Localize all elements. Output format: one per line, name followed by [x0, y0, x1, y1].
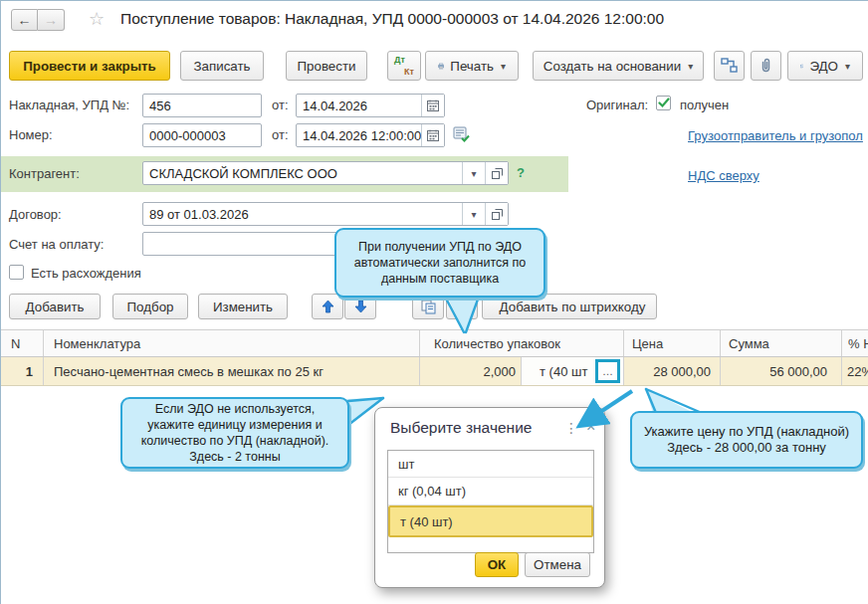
forward-button[interactable]: →	[38, 9, 65, 31]
save-button[interactable]: Записать	[180, 51, 264, 81]
col-header-n[interactable]: N	[1, 330, 43, 356]
contract-combo[interactable]: 89 от 01.03.2026 ▾	[142, 202, 509, 226]
doc-number-label: Номер:	[9, 127, 53, 142]
edo-button[interactable]: ЭДО ▾	[787, 51, 863, 81]
cancel-button[interactable]: Отмена	[525, 552, 590, 577]
vat-mode-link[interactable]: НДС сверху	[688, 168, 760, 183]
choose-value-dialog: Выберите значение ⋮ × шт кг (0,04 шт) т …	[374, 407, 605, 588]
down-arrow-icon	[354, 300, 367, 313]
unit-hint-callout: Если ЭДО не используется, укажите единиц…	[120, 397, 349, 469]
table-header-row: N Номенклатура Количество упаковок Цена …	[1, 329, 868, 357]
qty-cell[interactable]: 2,000	[419, 357, 521, 385]
col-header-vat[interactable]: % Н	[841, 330, 868, 356]
payment-invoice-label: Счет на оплату:	[9, 237, 104, 252]
copy-icon	[421, 300, 436, 314]
move-up-button[interactable]	[312, 294, 343, 319]
ok-button[interactable]: ОК	[475, 552, 519, 577]
counterparty-combo[interactable]: СКЛАДСКОЙ КОМПЛЕКС ООО ▾	[142, 161, 509, 185]
sum-cell[interactable]: 56 000,00	[720, 357, 841, 385]
unit-option-selected[interactable]: т (40 шт)	[388, 505, 593, 537]
edo-documents-icon	[800, 59, 803, 74]
doc-datetime-input[interactable]: 14.04.2026 12:00:00	[296, 123, 445, 147]
counterparty-label: Контрагент:	[9, 166, 80, 181]
calendar-icon[interactable]	[421, 124, 444, 146]
create-on-basis-caret: ▾	[688, 61, 693, 72]
counterparty-dropdown-icon[interactable]: ▾	[462, 162, 485, 184]
page-title: Поступление товаров: Накладная, УПД 0000…	[120, 10, 664, 28]
items-table: N Номенклатура Количество упаковок Цена …	[1, 329, 868, 386]
counterparty-open-icon[interactable]	[485, 162, 508, 184]
contract-label: Договор:	[9, 207, 62, 222]
goods-receipt-window: ← → ☆ Поступление товаров: Накладная, УП…	[0, 0, 868, 604]
doc-number-input[interactable]: 0000-000003	[142, 123, 262, 147]
edo-caret: ▾	[845, 61, 850, 72]
help-icon[interactable]: ?	[517, 165, 525, 180]
related-documents-button[interactable]	[714, 51, 745, 81]
dt-kt-postings-button[interactable]: Дт Кт	[387, 51, 421, 81]
unit-option[interactable]: шт	[388, 451, 593, 478]
related-documents-icon	[721, 58, 738, 74]
printer-icon	[438, 59, 444, 74]
forward-arrow-icon: →	[44, 12, 58, 28]
col-header-packages-qty[interactable]: Количество упаковок	[419, 330, 623, 356]
post-button[interactable]: Провести	[286, 51, 367, 81]
edo-hint-callout: При получении УПД по ЭДО автоматически з…	[334, 228, 545, 298]
doc-date-from-label: от:	[272, 127, 289, 142]
unit-cell[interactable]: т (40 шт …	[521, 357, 623, 385]
table-row[interactable]: 1 Песчано-цементная смесь в мешках по 25…	[1, 357, 868, 386]
price-hint-callout: Укажите цену по УПД (накладной) Здесь - …	[630, 411, 863, 469]
back-button[interactable]: ←	[11, 9, 38, 31]
print-button[interactable]: Печать ▾	[425, 51, 519, 81]
create-on-basis-button[interactable]: Создать на основании ▾	[533, 51, 704, 81]
consignor-consignee-link[interactable]: Грузоотправитель и грузопол	[688, 128, 863, 143]
unit-choose-ellipsis-button[interactable]: …	[595, 359, 620, 383]
unit-options-list: шт кг (0,04 шт) т (40 шт)	[387, 450, 594, 553]
attachments-button[interactable]	[751, 51, 781, 81]
vat-cell[interactable]: 22%	[841, 357, 868, 385]
post-and-close-button[interactable]: Провести и закрыть	[9, 51, 170, 81]
discrepancies-label: Есть расхождения	[31, 266, 141, 281]
discrepancies-checkbox[interactable]	[9, 265, 24, 280]
pick-button[interactable]: Подбор	[112, 294, 188, 319]
paperclip-icon	[759, 58, 773, 74]
invoice-date-from-label: от:	[272, 98, 289, 112]
col-header-sum[interactable]: Сумма	[720, 330, 841, 356]
nomenclature-cell[interactable]: Песчано-цементная смесь в мешках по 25 к…	[43, 357, 419, 385]
favorite-star-icon[interactable]: ☆	[89, 8, 105, 30]
price-cell[interactable]: 28 000,00	[623, 357, 720, 385]
document-icon	[455, 300, 470, 314]
invoice-number-label: Накладная, УПД №:	[9, 98, 129, 112]
up-arrow-icon	[322, 300, 334, 313]
dialog-more-icon[interactable]: ⋮	[564, 420, 578, 436]
col-header-nomenclature[interactable]: Номенклатура	[43, 330, 419, 356]
col-header-price[interactable]: Цена	[623, 330, 720, 356]
nav-buttons: ← →	[11, 9, 65, 31]
contract-open-icon[interactable]	[485, 203, 508, 225]
back-arrow-icon: ←	[18, 12, 32, 28]
original-label: Оригинал:	[586, 98, 648, 112]
print-dropdown-caret: ▾	[501, 61, 506, 72]
contract-dropdown-icon[interactable]: ▾	[462, 203, 485, 225]
fill-document-icon[interactable]	[453, 126, 470, 142]
row-number-cell: 1	[1, 357, 43, 385]
original-received-value: получен	[680, 98, 729, 112]
invoice-number-input[interactable]: 456	[142, 94, 262, 117]
dialog-close-icon[interactable]: ×	[586, 418, 595, 436]
unit-option[interactable]: кг (0,04 шт)	[388, 478, 593, 505]
edit-button[interactable]: Изменить	[198, 294, 288, 319]
check-icon	[658, 98, 670, 108]
dt-kt-icon: Дт Кт	[394, 55, 414, 77]
original-received-checkbox[interactable]	[656, 96, 671, 110]
calendar-icon[interactable]	[421, 95, 444, 116]
add-row-button[interactable]: Добавить	[9, 294, 101, 319]
invoice-date-input[interactable]: 14.04.2026	[296, 94, 445, 117]
dialog-title: Выберите значение	[390, 419, 532, 437]
